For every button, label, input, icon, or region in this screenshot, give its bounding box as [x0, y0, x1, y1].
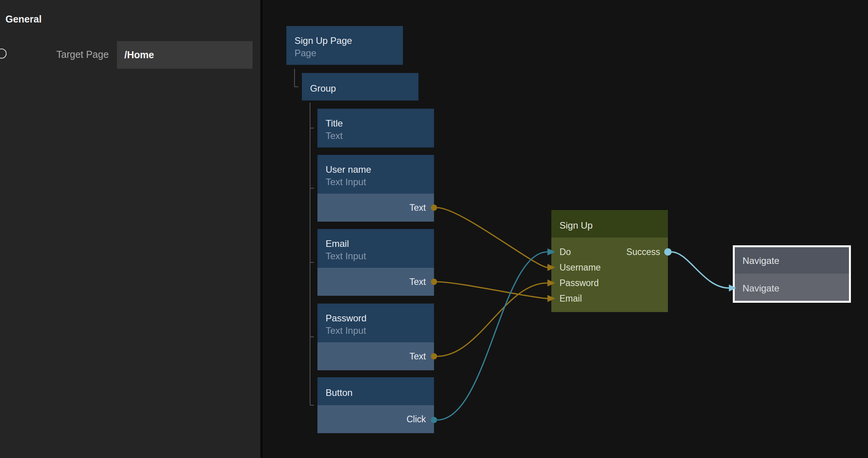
- svg-text:Text: Text: [410, 351, 426, 361]
- svg-text:Sign Up: Sign Up: [559, 220, 593, 231]
- svg-text:Text Input: Text Input: [326, 251, 366, 261]
- svg-text:Success: Success: [626, 247, 660, 257]
- svg-text:/Home: /Home: [124, 49, 154, 60]
- svg-text:Text Input: Text Input: [326, 325, 366, 336]
- svg-text:Text: Text: [326, 130, 343, 141]
- svg-text:Sign Up Page: Sign Up Page: [295, 35, 352, 46]
- svg-text:User name: User name: [326, 164, 371, 175]
- svg-text:Email: Email: [559, 293, 582, 304]
- svg-text:Title: Title: [326, 118, 343, 128]
- svg-text:Navigate: Navigate: [743, 283, 779, 293]
- svg-text:Navigate: Navigate: [743, 255, 779, 266]
- svg-text:General: General: [5, 14, 42, 24]
- svg-text:Text: Text: [410, 203, 426, 213]
- svg-text:Do: Do: [559, 247, 571, 257]
- svg-text:Password: Password: [559, 278, 599, 288]
- svg-text:Page: Page: [295, 48, 316, 58]
- svg-text:Button: Button: [326, 387, 352, 398]
- svg-text:Text: Text: [410, 277, 426, 287]
- svg-text:Target Page: Target Page: [56, 49, 109, 60]
- svg-text:Text Input: Text Input: [326, 177, 366, 187]
- svg-text:Group: Group: [310, 83, 336, 94]
- svg-text:Password: Password: [326, 313, 366, 323]
- svg-text:Click: Click: [406, 414, 426, 424]
- svg-text:Email: Email: [326, 238, 349, 249]
- svg-text:Username: Username: [559, 262, 601, 272]
